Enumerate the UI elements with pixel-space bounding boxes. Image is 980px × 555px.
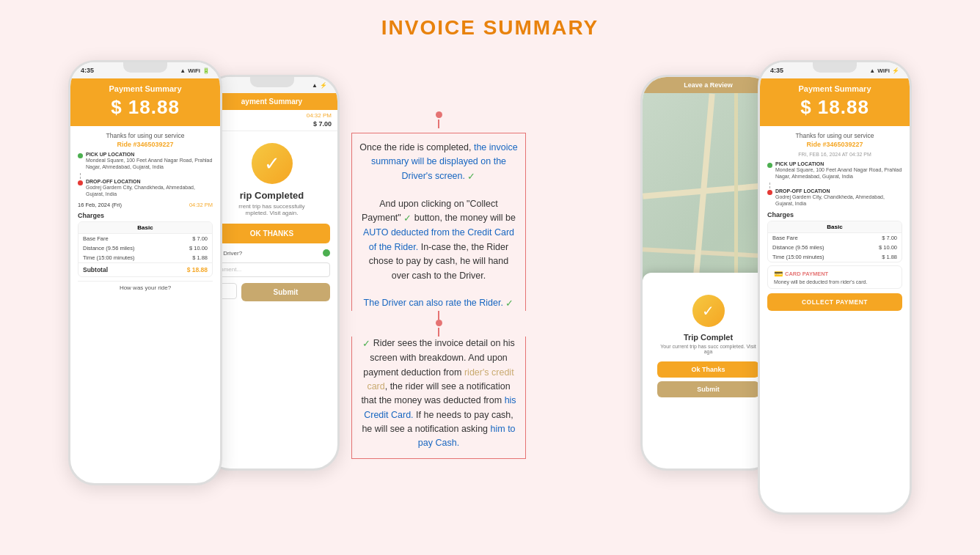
- phone4-basic-label: Basic: [768, 221, 902, 233]
- phone3-check-circle: ✓: [692, 295, 725, 327]
- annotation-bottom-text: ✓ Rider sees the invoice detail on his s…: [359, 337, 518, 451]
- ann-bottom-line2: [438, 328, 439, 337]
- phone1-subtotal-label: Subtotal: [83, 266, 108, 273]
- phone4-charges-title: Charges: [767, 211, 902, 218]
- phone1-dropoff-dot: [78, 180, 83, 185]
- phone4-time: 4:35: [770, 67, 783, 74]
- phone1-base-fare-label: Base Fare: [83, 235, 109, 242]
- annotation-top-text: Once the ride is completed, the invoice …: [359, 141, 518, 184]
- phone4-notch: [813, 62, 857, 73]
- right-phones-group: 4:36 ▲⚡ Leave a Review Club Rd Google: [538, 53, 912, 515]
- phone1-date: 16 Feb, 2024 (Fri): [78, 202, 122, 208]
- phone3-map-area: Club Rd Google ✓ Trip Complet Your curre…: [643, 93, 774, 408]
- phone4-distance-row: Distance (9.56 miles) $ 10.00: [768, 243, 902, 252]
- phone3-trip-card: ✓ Trip Complet Your current trip has suc…: [643, 273, 774, 408]
- ann-bottom-dot: [436, 320, 442, 326]
- phone4-pickup-addr: Mondeal Square, 100 Feet Anand Nagar Roa…: [775, 166, 902, 180]
- ann-top-line: [438, 120, 439, 128]
- phone2-header-title: ayment Summary: [211, 98, 333, 106]
- annotation-panel: Once the ride is completed, the invoice …: [340, 97, 538, 474]
- phone4-card-payment-label: 💳 CARD PAYMENT: [774, 270, 896, 278]
- phone4-header-title: Payment Summary: [764, 84, 905, 93]
- phone2-check-circle: ✓: [252, 143, 293, 184]
- phone1-subtotal-val: $ 18.88: [187, 266, 208, 273]
- phone4-base-fare-label: Base Fare: [772, 235, 798, 241]
- phone1-statusbar: 4:35 ▲WiFi🔋: [70, 62, 220, 78]
- phone1-dropoff-label: DROP-OFF LOCATION: [86, 179, 213, 184]
- phone4-time-row: Time (15:00 minutes) $ 1.88: [768, 252, 902, 262]
- annotation-driver-rate: The Driver can also rate the Rider. ✓: [359, 296, 518, 311]
- phone2-check-icon: ✓: [264, 152, 280, 175]
- phone1-pickup-block: PICK UP LOCATION Mondeal Square, 100 Fee…: [78, 152, 213, 197]
- phone2-status-icons: ▲⚡: [312, 82, 327, 89]
- phone1-base-fare-val: $ 7.00: [192, 235, 208, 242]
- phone1-pickup-label: PICK UP LOCATION: [86, 152, 213, 157]
- phone1-notch: [123, 62, 167, 73]
- phone1-ride-number: Ride #3465039227: [78, 141, 213, 148]
- phone2-statusbar: ▲⚡: [206, 77, 337, 93]
- phone4-header: Payment Summary $ 18.88: [760, 78, 910, 126]
- phone1-time: 4:35: [81, 67, 94, 74]
- phone3-ok-button[interactable]: Ok Thanks: [657, 361, 759, 378]
- phone2-ok-button[interactable]: OK THANKS: [213, 224, 330, 243]
- phone4-statusbar: 4:35 ▲WiFi⚡: [760, 62, 910, 78]
- ann-bottom-line: [438, 311, 439, 320]
- phone2-amount: $ 7.00: [206, 119, 337, 131]
- phone2-green-dot: [323, 249, 330, 257]
- phone4-card-payment-desc: Money will be deducted from rider's card…: [774, 279, 896, 284]
- phone4-pickup-label: PICK UP LOCATION: [775, 161, 902, 166]
- phone3-submit-button[interactable]: Submit: [657, 381, 759, 397]
- phone2-trip-title: rip Completed: [206, 190, 337, 201]
- phone1-basic-label: Basic: [78, 222, 212, 234]
- phone1-thanks: Thanks for using our service: [78, 132, 213, 139]
- phone1-loc-dashed: [80, 173, 213, 179]
- phone1-distance-label: Distance (9.56 miles): [83, 245, 134, 251]
- phone4-time-val: $ 1.88: [882, 254, 897, 260]
- phone1-amount: $ 18.88: [75, 96, 216, 119]
- phone4-distance-label: Distance (9.56 miles): [772, 244, 824, 251]
- phone2-check-wrap: ✓: [206, 131, 337, 190]
- phone1-distance-row: Distance (9.56 miles) $ 10.00: [78, 243, 212, 253]
- phone4-time-label: Time (15:00 minutes): [772, 254, 824, 260]
- annotation-top-connector: [351, 111, 526, 128]
- phone1-time2: 04:32 PM: [189, 202, 213, 208]
- phone4-body: Thanks for using our service Ride #34650…: [760, 126, 910, 317]
- phone1-how-ride: How was your ride?: [78, 281, 213, 291]
- phone1-header-title: Payment Summary: [75, 84, 216, 93]
- phone3-review-header: Leave a Review: [643, 77, 774, 93]
- annotation-bottom-connector: [351, 311, 526, 337]
- phone1-status-icons: ▲WiFi🔋: [180, 67, 210, 74]
- phone3-check-wrap: ✓: [651, 283, 765, 333]
- card-icon: 💳: [774, 270, 783, 278]
- phone4-distance-val: $ 10.00: [879, 244, 897, 251]
- phone4-pickup-block: PICK UP LOCATION Mondeal Square, 100 Fee…: [767, 161, 902, 207]
- phone4-date: FRI, FEB 16, 2024 AT 04:32 PM: [767, 152, 902, 157]
- phone4-collect-button[interactable]: COLLECT PAYMENT: [767, 293, 902, 311]
- phone1-base-fare-row: Base Fare $ 7.00: [78, 234, 212, 243]
- phone1-time-label: Time (15:00 minutes): [83, 254, 135, 261]
- phone1-subtotal-row: Subtotal $ 18.88: [78, 262, 212, 276]
- phone1-rider-payment: 4:35 ▲WiFi🔋 Payment Summary $ 18.88 Than…: [68, 60, 222, 485]
- annotation-middle-text: And upon clicking on "Collect Payment" ✓…: [359, 197, 518, 283]
- annotation-bracket-top: Once the ride is completed, the invoice …: [351, 133, 526, 311]
- phone4-driver-payment: 4:35 ▲WiFi⚡ Payment Summary $ 18.88 Than…: [758, 60, 912, 515]
- phone4-ride-number: Ride #3465039227: [767, 141, 902, 148]
- phone4-loc-dashed: [769, 183, 902, 188]
- phone1-header: Payment Summary $ 18.88: [70, 78, 220, 126]
- phone1-pickup-addr: Mondeal Square, 100 Feet Anand Nagar Roa…: [86, 157, 213, 170]
- phone2-rate-driver: ate Driver?: [206, 243, 337, 260]
- phone4-dropoff-dot: [767, 190, 772, 195]
- phone1-distance-val: $ 10.00: [189, 245, 208, 251]
- phone2-submit-button[interactable]: Submit: [241, 283, 330, 301]
- phone4-card-payment-block: 💳 CARD PAYMENT Money will be deducted fr…: [767, 265, 902, 289]
- phone1-pickup-dot: [78, 153, 83, 158]
- phone1-charge-card: Basic Base Fare $ 7.00 Distance (9.56 mi…: [78, 221, 213, 277]
- page-title: INVOICE SUMMARY: [0, 0, 980, 53]
- phone4-charge-card: Basic Base Fare $ 7.00 Distance (9.56 mi…: [767, 221, 902, 262]
- phone4-base-fare-val: $ 7.00: [882, 235, 897, 241]
- phone2-comment-box[interactable]: mment...: [213, 262, 330, 277]
- phone2-notch: [250, 77, 294, 87]
- phone1-time-val: $ 1.88: [192, 254, 208, 261]
- phone1-body: Thanks for using our service Ride #34650…: [70, 126, 220, 297]
- phone4-status-icons: ▲WiFi⚡: [869, 67, 899, 74]
